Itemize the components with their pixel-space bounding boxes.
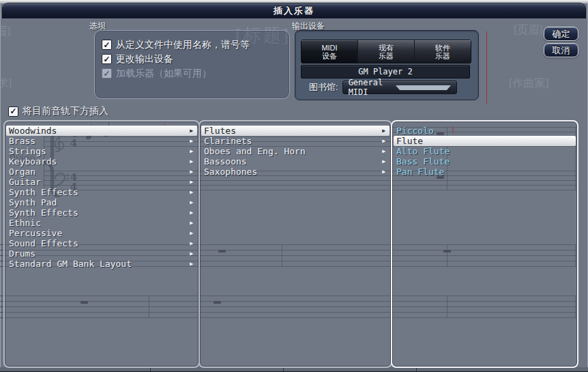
- tab-existing-instruments[interactable]: 现有 乐器: [358, 40, 414, 63]
- placeholder-header-right-text: [页眉]: [514, 23, 543, 38]
- list-item[interactable]: Synth Pad▶: [6, 197, 197, 208]
- tab-label: 软件: [435, 44, 450, 52]
- tab-label: 设备: [322, 52, 337, 60]
- tab-label: 乐器: [435, 52, 450, 60]
- chevron-down-icon: [396, 85, 451, 90]
- library-dropdown-value: General MIDI: [349, 78, 396, 97]
- list-item[interactable]: Sound Effects▶: [6, 238, 197, 248]
- options-group-box: ✓ 从定义文件中使用名称，谱号等 ✓ 更改输出设备 ✓ 加载乐器（如果可用）: [94, 30, 290, 99]
- list-item-label: Sound Effects: [9, 238, 78, 248]
- submenu-arrow-icon: ▶: [382, 126, 385, 136]
- list-item[interactable]: Flutes▶: [201, 126, 389, 136]
- list-item[interactable]: Organ▶: [6, 167, 197, 177]
- list-item[interactable]: Bass Flute: [394, 156, 576, 167]
- list-item-label: Woodwinds: [9, 126, 57, 136]
- list-item-label: Guitar: [9, 177, 41, 187]
- list-item-label: Drums: [9, 248, 35, 259]
- submenu-arrow-icon: ▶: [382, 167, 385, 177]
- list-item[interactable]: Piccolo: [394, 126, 576, 136]
- tab-label: 乐器: [379, 52, 394, 60]
- checkbox-change-output-device[interactable]: ✓ 更改输出设备: [102, 52, 289, 66]
- list-item-label: Percussive: [9, 228, 62, 238]
- list-item-label: Synth Pad: [9, 197, 57, 208]
- submenu-arrow-icon: ▶: [190, 136, 193, 146]
- list-item[interactable]: Keyboards▶: [6, 156, 197, 167]
- list-item-label: Flute: [396, 136, 423, 146]
- tab-label: 现有: [379, 44, 394, 52]
- list-item-label: Piccolo: [396, 126, 434, 136]
- list-item-label: Brass: [9, 136, 35, 146]
- library-label: 图书馆:: [309, 81, 338, 94]
- list-item[interactable]: Standard GM Bank Layout▶: [6, 259, 197, 269]
- checkbox-checked-icon: ✓: [102, 40, 112, 50]
- list-item[interactable]: Synth Effects▶: [6, 187, 197, 197]
- submenu-arrow-icon: ▶: [190, 187, 193, 197]
- list-item-label: Clarinets: [204, 136, 252, 146]
- checkbox-insert-below-track[interactable]: ✓ 将目前音轨下方插入: [8, 105, 108, 117]
- list-item[interactable]: Brass▶: [6, 136, 197, 146]
- list-item-label: Ethnic: [9, 218, 41, 228]
- list-item[interactable]: Oboes and Eng. Horn▶: [201, 146, 389, 156]
- list-item[interactable]: Drums▶: [6, 248, 197, 259]
- submenu-arrow-icon: ▶: [190, 238, 193, 248]
- list-item-label: Oboes and Eng. Horn: [204, 146, 306, 156]
- family-list-panel: Flutes▶Clarinets▶Oboes and Eng. Horn▶Bas…: [199, 120, 392, 368]
- list-item[interactable]: Pan Flute: [394, 167, 576, 177]
- submenu-arrow-icon: ▶: [382, 146, 385, 156]
- device-type-tabs: MIDI 设备 现有 乐器 软件 乐器: [301, 40, 471, 63]
- submenu-arrow-icon: ▶: [382, 156, 385, 167]
- checkbox-load-instrument: ✓ 加载乐器（如果可用）: [102, 66, 289, 81]
- placeholder-header-left-text: 眉]: [0, 25, 10, 39]
- list-item-label: Bassoons: [204, 156, 247, 167]
- list-item-label: Organ: [9, 167, 35, 177]
- list-item[interactable]: Saxophones▶: [201, 167, 389, 177]
- list-item[interactable]: Bassoons▶: [201, 156, 389, 167]
- placeholder-composer-text: [作曲家]: [509, 76, 549, 91]
- submenu-arrow-icon: ▶: [190, 208, 193, 218]
- submenu-arrow-icon: ▶: [190, 177, 193, 187]
- submenu-arrow-icon: ▶: [190, 156, 193, 167]
- cancel-button[interactable]: 取消: [544, 43, 578, 57]
- list-item-label: Alto Flute: [396, 146, 450, 156]
- list-item[interactable]: Synth Effects▶: [6, 208, 197, 218]
- list-item[interactable]: Guitar▶: [6, 177, 197, 187]
- category-list: Woodwinds▶Brass▶Strings▶Keyboards▶Organ▶…: [5, 122, 198, 366]
- placeholder-lyricist-text: 求]: [0, 76, 12, 91]
- list-item[interactable]: Strings▶: [6, 146, 197, 156]
- instrument-list: PiccoloFluteAlto FluteBass FlutePan Flut…: [393, 122, 576, 366]
- submenu-arrow-icon: ▶: [190, 259, 193, 269]
- family-list: Flutes▶Clarinets▶Oboes and Eng. Horn▶Bas…: [201, 122, 390, 366]
- list-item[interactable]: Woodwinds▶: [6, 126, 197, 136]
- list-item[interactable]: Flute: [394, 136, 576, 146]
- tab-midi-device[interactable]: MIDI 设备: [302, 40, 357, 63]
- tab-software-instruments[interactable]: 软件 乐器: [415, 40, 471, 63]
- list-item-label: Flutes: [204, 126, 236, 136]
- checkbox-checked-icon: ✓: [8, 106, 18, 117]
- playback-cursor: [486, 31, 487, 104]
- ok-button[interactable]: 确定: [544, 27, 578, 41]
- dialog-title: 插入乐器: [274, 5, 314, 17]
- list-item-label: Saxophones: [204, 167, 257, 177]
- insert-instrument-dialog: 眉] [标题] [页眉] [作曲家] 求] { Piano 4 4 4 4: [0, 0, 588, 372]
- list-item-label: Synth Effects: [9, 187, 78, 197]
- checkbox-use-definition-names[interactable]: ✓ 从定义文件中使用名称，谱号等: [102, 38, 289, 52]
- library-dropdown[interactable]: General MIDI: [342, 81, 457, 94]
- list-item-label: Synth Effects: [9, 208, 78, 218]
- checkbox-label: 更改输出设备: [116, 53, 173, 66]
- list-item[interactable]: Alto Flute: [394, 146, 576, 156]
- dialog-titlebar[interactable]: 插入乐器: [2, 3, 586, 18]
- list-item[interactable]: Ethnic▶: [6, 218, 197, 228]
- list-item[interactable]: Percussive▶: [6, 228, 197, 238]
- checkbox-checked-icon: ✓: [102, 68, 112, 78]
- checkbox-label: 加载乐器（如果可用）: [116, 68, 211, 80]
- submenu-arrow-icon: ▶: [190, 248, 193, 259]
- list-item[interactable]: Clarinets▶: [201, 136, 389, 146]
- checkbox-label: 从定义文件中使用名称，谱号等: [116, 39, 250, 51]
- list-item-label: Pan Flute: [396, 167, 444, 177]
- list-item-label: Bass Flute: [396, 156, 450, 167]
- output-device-group-box: MIDI 设备 现有 乐器 软件 乐器 GM Player 2 图书馆: Gen…: [295, 30, 479, 100]
- submenu-arrow-icon: ▶: [190, 218, 193, 228]
- device-name-display[interactable]: GM Player 2: [301, 65, 470, 78]
- submenu-arrow-icon: ▶: [190, 126, 193, 136]
- submenu-arrow-icon: ▶: [190, 228, 193, 238]
